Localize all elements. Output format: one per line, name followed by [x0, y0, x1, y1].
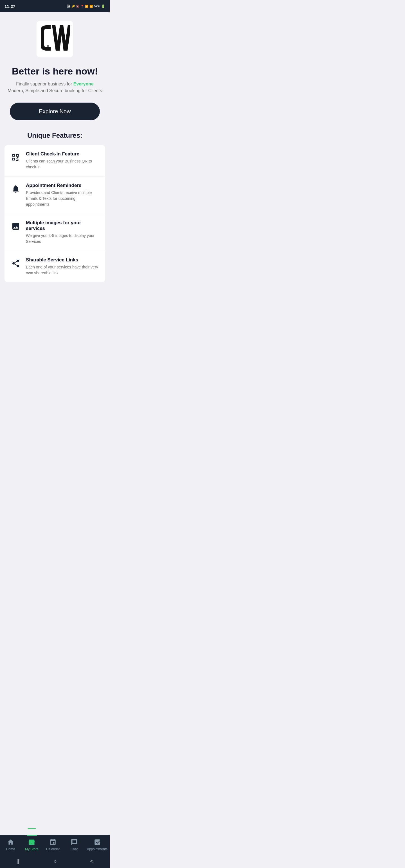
- feature-text-checkin: Client Check-in Feature Clients can scan…: [26, 151, 99, 170]
- wifi-icon: 📶: [85, 5, 88, 8]
- status-icons: 🖼 🔑 🔇 📍 📶 📶 57% 🔋: [67, 4, 105, 8]
- feature-item-checkin: Client Check-in Feature Clients can scan…: [4, 145, 105, 177]
- battery-icon: 🔋: [101, 4, 105, 8]
- image-icon: [10, 221, 21, 232]
- feature-title-reminders: Appointment Reminders: [26, 183, 99, 188]
- feature-item-share: Sharable Service Links Each one of your …: [4, 251, 105, 282]
- explore-now-button[interactable]: Explore Now: [10, 102, 100, 120]
- gallery-icon: 🖼: [67, 4, 70, 8]
- feature-title-share: Sharable Service Links: [26, 257, 99, 263]
- battery-text: 57%: [94, 4, 100, 8]
- signal-icon: 📶: [89, 5, 93, 8]
- feature-item-images: Multiple images for your services We giv…: [4, 214, 105, 251]
- features-list: Client Check-in Feature Clients can scan…: [4, 145, 105, 282]
- logo-container: [36, 21, 73, 57]
- status-time: 11:27: [4, 4, 15, 9]
- hero-title: Better is here now!: [8, 66, 102, 77]
- hero-subtitle-highlight: Everyone: [74, 82, 94, 86]
- feature-desc-images: We give you 4-5 images to display your S…: [26, 233, 99, 245]
- hero-subtitle-line2: Modern, Simple and Secure booking for Cl…: [8, 88, 102, 93]
- feature-text-images: Multiple images for your services We giv…: [26, 220, 99, 245]
- feature-desc-checkin: Clients can scan your Business QR to che…: [26, 158, 99, 170]
- feature-title-images: Multiple images for your services: [26, 220, 99, 231]
- hero-subtitle-plain: Finally superior business for: [16, 82, 74, 86]
- feature-text-share: Sharable Service Links Each one of your …: [26, 257, 99, 276]
- feature-text-reminders: Appointment Reminders Providers and Clie…: [26, 183, 99, 208]
- bell-icon: [10, 183, 21, 194]
- share-icon: [10, 258, 21, 269]
- feature-desc-share: Each one of your services have their ver…: [26, 264, 99, 276]
- phone-wrapper: 11:27 🖼 🔑 🔇 📍 📶 📶 57% 🔋: [0, 0, 110, 316]
- app-logo: [39, 25, 70, 53]
- key-icon: 🔑: [71, 5, 75, 8]
- qr-code-icon: [10, 152, 21, 163]
- feature-desc-reminders: Providers and Clients receive multiple E…: [26, 190, 99, 208]
- hero-subtitle: Finally superior business for Everyone M…: [8, 81, 102, 94]
- feature-title-checkin: Client Check-in Feature: [26, 151, 99, 157]
- main-content: Better is here now! Finally superior bus…: [0, 12, 110, 316]
- location-icon: 📍: [81, 5, 84, 8]
- feature-item-reminders: Appointment Reminders Providers and Clie…: [4, 177, 105, 214]
- mute-icon: 🔇: [76, 5, 79, 8]
- status-bar: 11:27 🖼 🔑 🔇 📍 📶 📶 57% 🔋: [0, 0, 110, 12]
- hero-section: Better is here now! Finally superior bus…: [8, 66, 102, 94]
- features-heading: Unique Features:: [27, 131, 82, 140]
